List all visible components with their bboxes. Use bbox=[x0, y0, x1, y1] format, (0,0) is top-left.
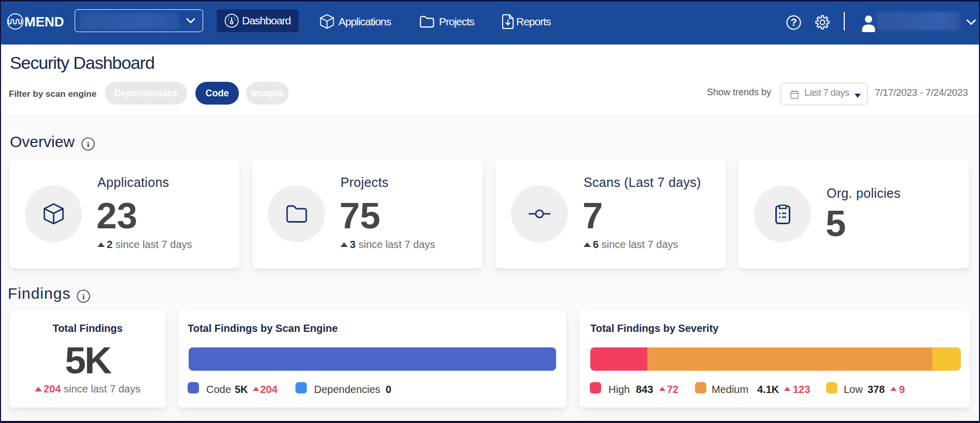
svg-text:i: i bbox=[82, 293, 84, 301]
svg-text:?: ? bbox=[790, 17, 797, 28]
svg-text:i: i bbox=[87, 140, 89, 149]
